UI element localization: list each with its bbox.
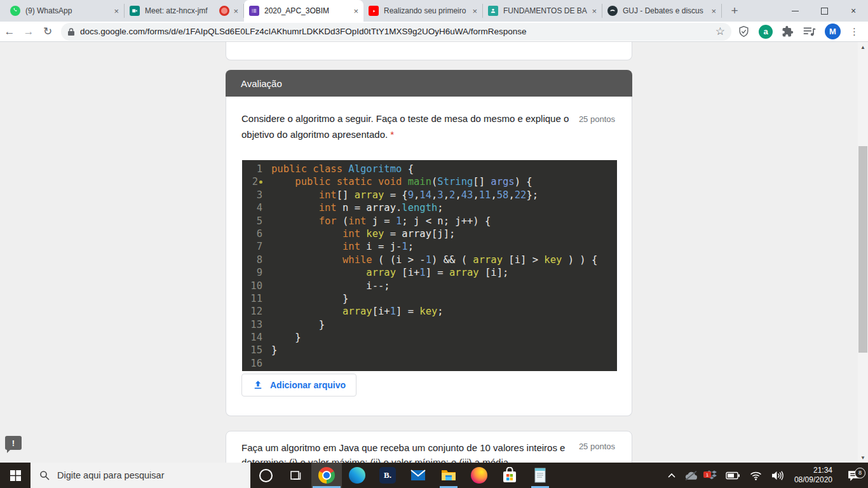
tab-4[interactable]: FUNDAMENTOS DE BA× bbox=[483, 4, 602, 18]
scroll-up-arrow[interactable]: ▲ bbox=[858, 42, 868, 52]
cortana-icon bbox=[259, 469, 273, 482]
previous-card-partial bbox=[226, 42, 632, 60]
code-line-6: 6 int key = array[j]; bbox=[247, 227, 617, 240]
back-button[interactable]: ← bbox=[0, 25, 19, 38]
chrome-icon[interactable] bbox=[311, 463, 342, 488]
mail-icon[interactable] bbox=[403, 463, 433, 488]
question-2-text: Faça um algoritmo em Java que receba um … bbox=[241, 440, 588, 463]
window-maximize-button[interactable] bbox=[810, 0, 839, 22]
tab-3[interactable]: Realizando seu primeiro× bbox=[363, 4, 483, 18]
extensions-puzzle-icon[interactable] bbox=[782, 25, 794, 37]
minimize-icon bbox=[792, 11, 799, 11]
guj-icon bbox=[607, 6, 618, 16]
search-icon bbox=[39, 470, 50, 480]
bookmark-star-icon[interactable]: ☆ bbox=[715, 25, 725, 38]
volume-icon[interactable] bbox=[767, 471, 788, 480]
question-1-points: 25 pontos bbox=[579, 114, 615, 124]
browser-menu-kebab-icon[interactable]: ⋮ bbox=[850, 26, 859, 37]
code-line-3: 3 int[] array = {9,14,3,2,43,11,58,22}; bbox=[247, 189, 617, 201]
youtube-icon bbox=[369, 6, 379, 16]
meet-icon bbox=[130, 6, 140, 16]
browser-tab-strip: (9) WhatsApp×Meet: atz-hncx-jmf×2020_APC… bbox=[0, 0, 868, 22]
tab-close-icon[interactable]: × bbox=[711, 6, 716, 16]
tab-5[interactable]: GUJ - Debates e discus× bbox=[602, 4, 722, 18]
section-title: Avaliação bbox=[241, 78, 282, 89]
tab-title: Realizando seu primeiro bbox=[384, 6, 468, 15]
microsoft-store-icon[interactable] bbox=[494, 463, 525, 488]
maximize-icon bbox=[821, 8, 828, 15]
tab-close-icon[interactable]: × bbox=[233, 6, 238, 16]
code-line-16: 16 bbox=[247, 357, 617, 370]
lock-icon bbox=[67, 27, 75, 36]
taskbar-search-input[interactable]: Digite aqui para pesquisar bbox=[31, 463, 250, 488]
tab-close-icon[interactable]: × bbox=[114, 6, 119, 16]
add-file-button[interactable]: Adicionar arquivo bbox=[241, 374, 356, 396]
question-2-card: Faça um algoritmo em Java que receba um … bbox=[226, 431, 632, 463]
question-1-card: Considere o algoritmo a seguir. Faça o t… bbox=[226, 97, 632, 416]
dropbox-icon[interactable]: 1 bbox=[702, 470, 721, 480]
task-view-button[interactable] bbox=[281, 463, 311, 488]
reload-button[interactable]: ↻ bbox=[38, 25, 57, 38]
code-line-1: 1public class Algoritmo { bbox=[247, 163, 617, 175]
report-abuse-icon[interactable]: ! bbox=[5, 436, 22, 450]
notification-center-button[interactable]: 8 bbox=[839, 470, 868, 482]
task-view-icon bbox=[290, 470, 302, 481]
playlist-extension-icon[interactable] bbox=[803, 26, 816, 37]
question-2-points: 25 pontos bbox=[579, 442, 615, 451]
tab-2[interactable]: 2020_APC_3OBIM× bbox=[244, 0, 363, 22]
forward-button[interactable]: → bbox=[19, 25, 38, 38]
firefox-icon[interactable] bbox=[464, 463, 494, 488]
battery-icon[interactable] bbox=[721, 471, 745, 480]
clock-time: 21:34 bbox=[794, 466, 832, 475]
close-icon: × bbox=[851, 6, 856, 16]
person-icon bbox=[488, 6, 498, 16]
google-forms-icon bbox=[249, 6, 259, 16]
browser-toolbar: ← → ↻ docs.google.com/forms/d/e/1FAIpQLS… bbox=[0, 22, 868, 42]
chevron-up-icon[interactable] bbox=[663, 473, 680, 478]
window-close-button[interactable]: × bbox=[839, 0, 868, 22]
scrollbar-thumb[interactable] bbox=[858, 146, 867, 353]
add-file-label: Adicionar arquivo bbox=[270, 380, 346, 390]
file-explorer-icon[interactable] bbox=[433, 463, 464, 488]
dropbox-badge: 1 bbox=[703, 471, 711, 478]
onedrive-icon[interactable] bbox=[680, 471, 702, 480]
edge-icon[interactable] bbox=[342, 463, 372, 488]
tab-1[interactable]: Meet: atz-hncx-jmf× bbox=[125, 4, 244, 18]
profile-avatar[interactable]: M bbox=[825, 24, 841, 39]
bootstrap-b-icon[interactable]: B. bbox=[372, 463, 403, 488]
code-image[interactable]: 1public class Algoritmo {2 public static… bbox=[242, 160, 617, 371]
search-placeholder: Digite aqui para pesquisar bbox=[57, 470, 164, 480]
taskbar-clock[interactable]: 21:34 08/09/2020 bbox=[788, 466, 839, 485]
code-line-15: 15} bbox=[247, 344, 617, 356]
wifi-icon[interactable] bbox=[745, 471, 767, 480]
url-text: docs.google.com/forms/d/e/1FAIpQLSd6E0LF… bbox=[80, 27, 710, 36]
code-line-9: 9 array [i+1] = array [i]; bbox=[247, 266, 617, 279]
cortana-button[interactable] bbox=[250, 463, 281, 488]
code-line-11: 11 } bbox=[247, 292, 617, 305]
vertical-scrollbar[interactable]: ▲ ▼ bbox=[858, 42, 868, 463]
code-line-8: 8 while ( (i > -1) && ( array [i] > key … bbox=[247, 254, 617, 266]
tab-title: Meet: atz-hncx-jmf bbox=[145, 6, 217, 15]
windows-logo-icon bbox=[10, 470, 21, 481]
tab-close-icon[interactable]: × bbox=[592, 6, 597, 16]
section-header-card: Avaliação bbox=[226, 70, 632, 97]
notification-badge: 8 bbox=[855, 468, 865, 478]
tab-close-icon[interactable]: × bbox=[472, 6, 477, 16]
notepad-icon[interactable] bbox=[525, 463, 555, 488]
tab-close-icon[interactable]: × bbox=[353, 6, 358, 16]
code-line-14: 14 } bbox=[247, 331, 617, 344]
a-extension-icon[interactable]: a bbox=[759, 25, 773, 39]
tab-0[interactable]: (9) WhatsApp× bbox=[5, 4, 125, 18]
code-line-2: 2 public static void main(String[] args)… bbox=[247, 175, 617, 188]
code-line-7: 7 int i = j-1; bbox=[247, 240, 617, 253]
shield-extension-icon[interactable] bbox=[738, 25, 750, 37]
start-button[interactable] bbox=[0, 463, 31, 488]
recording-dot-icon bbox=[219, 6, 229, 16]
scroll-down-arrow[interactable]: ▼ bbox=[858, 452, 868, 463]
window-controls: × bbox=[780, 0, 868, 22]
address-bar[interactable]: docs.google.com/forms/d/e/1FAIpQLSd6E0LF… bbox=[61, 23, 731, 41]
window-minimize-button[interactable] bbox=[780, 0, 810, 22]
new-tab-button[interactable]: + bbox=[726, 2, 743, 20]
code-line-10: 10 i--; bbox=[247, 280, 617, 292]
tab-title: GUJ - Debates e discus bbox=[623, 6, 707, 15]
